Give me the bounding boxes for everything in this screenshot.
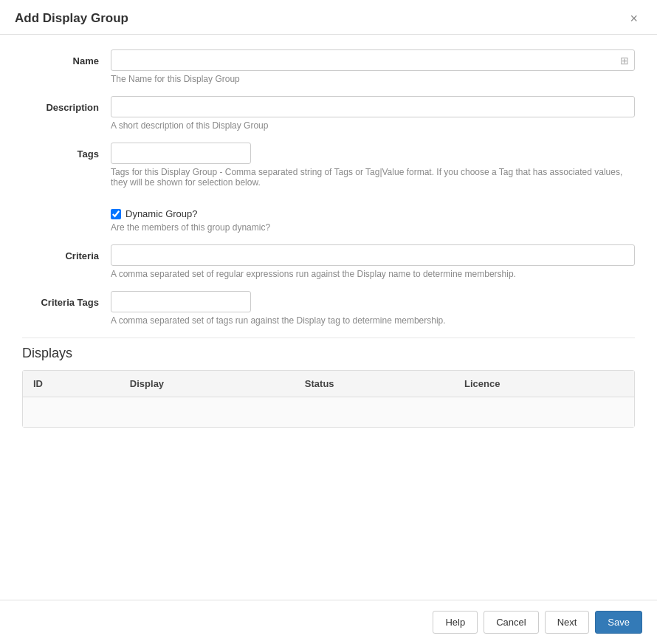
dynamic-label-spacer <box>22 208 111 214</box>
tags-input[interactable] <box>111 143 251 164</box>
criteria-tags-help-text: A comma separated set of tags run agains… <box>111 315 635 326</box>
modal-title: Add Display Group <box>15 11 128 26</box>
next-button[interactable]: Next <box>545 611 590 634</box>
tags-field-group: Tags Tags for this Display Group - Comma… <box>22 143 635 188</box>
displays-table-container: ID Display Status Licence <box>22 370 635 428</box>
dynamic-group-checkbox[interactable] <box>111 209 121 219</box>
table-header: ID Display Status Licence <box>23 371 634 397</box>
displays-title: Displays <box>22 346 635 361</box>
name-input-wrapper: ⊞ <box>111 49 635 71</box>
criteria-help-text: A comma separated set of regular express… <box>111 269 635 279</box>
col-licence: Licence <box>454 371 634 397</box>
criteria-tags-label: Criteria Tags <box>22 291 111 308</box>
modal-footer: Help Cancel Next Save <box>0 600 657 644</box>
criteria-tags-field-group: Criteria Tags A comma separated set of t… <box>22 291 635 326</box>
criteria-tags-input[interactable] <box>111 291 251 312</box>
empty-cell <box>23 397 634 427</box>
tags-label: Tags <box>22 143 111 160</box>
criteria-label: Criteria <box>22 244 111 261</box>
criteria-tags-form-content: A comma separated set of tags run agains… <box>111 291 635 326</box>
modal-body: Name ⊞ The Name for this Display Group D… <box>0 35 657 600</box>
description-field-group: Description A short description of this … <box>22 96 635 131</box>
col-id: ID <box>23 371 120 397</box>
help-button[interactable]: Help <box>433 611 478 634</box>
col-display: Display <box>120 371 295 397</box>
modal-header: Add Display Group × <box>0 0 657 35</box>
dynamic-group-field-group: Dynamic Group? Are the members of this g… <box>22 208 635 233</box>
close-button[interactable]: × <box>625 10 642 27</box>
criteria-form-content: A comma separated set of regular express… <box>111 244 635 279</box>
description-input[interactable] <box>111 96 635 117</box>
dynamic-form-content: Dynamic Group? Are the members of this g… <box>111 208 635 233</box>
table-body <box>23 397 634 427</box>
description-help-text: A short description of this Display Grou… <box>111 120 635 131</box>
tags-form-content: Tags for this Display Group - Comma sepa… <box>111 143 635 188</box>
name-form-content: ⊞ The Name for this Display Group <box>111 49 635 84</box>
tags-help-text: Tags for this Display Group - Comma sepa… <box>111 167 635 188</box>
name-input-icon: ⊞ <box>620 55 629 66</box>
name-field-group: Name ⊞ The Name for this Display Group <box>22 49 635 84</box>
add-display-group-modal: Add Display Group × Name ⊞ The Name for … <box>0 0 657 644</box>
displays-table: ID Display Status Licence <box>23 371 634 427</box>
criteria-input[interactable] <box>111 244 635 266</box>
description-form-content: A short description of this Display Grou… <box>111 96 635 131</box>
cancel-button[interactable]: Cancel <box>484 611 538 634</box>
name-label: Name <box>22 49 111 66</box>
col-status: Status <box>295 371 454 397</box>
description-label: Description <box>22 96 111 113</box>
dynamic-group-help-text: Are the members of this group dynamic? <box>111 222 635 233</box>
displays-section: Displays ID Display Status Licence <box>22 338 635 428</box>
name-input[interactable] <box>111 49 635 71</box>
criteria-field-group: Criteria A comma separated set of regula… <box>22 244 635 279</box>
table-empty-row <box>23 397 634 427</box>
save-button[interactable]: Save <box>595 611 642 634</box>
name-help-text: The Name for this Display Group <box>111 74 635 84</box>
dynamic-group-label[interactable]: Dynamic Group? <box>125 208 198 219</box>
dynamic-group-checkbox-group: Dynamic Group? <box>111 208 635 219</box>
